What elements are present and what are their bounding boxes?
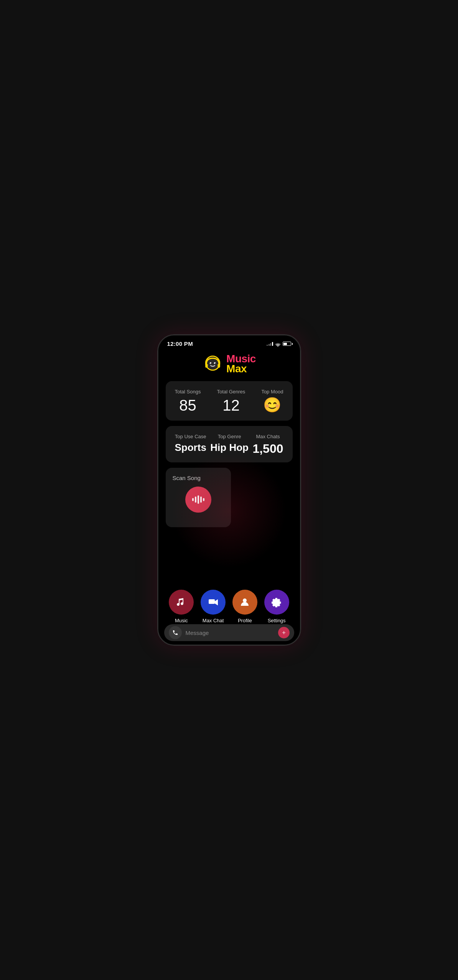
- max-chats-label: Max Chats: [256, 434, 280, 439]
- svg-rect-11: [198, 495, 199, 504]
- nav-item-profile[interactable]: Profile: [232, 590, 257, 623]
- svg-rect-3: [217, 364, 220, 368]
- settings-nav-label: Settings: [268, 618, 286, 623]
- chat-nav-circle: [201, 590, 226, 615]
- total-songs-stat: Total Songs 85: [175, 389, 201, 413]
- top-genre-value: Hip Hop: [210, 442, 249, 452]
- svg-rect-10: [195, 497, 196, 503]
- status-time: 12:00 PM: [167, 340, 193, 347]
- music-note-icon: [176, 597, 187, 608]
- total-songs-label: Total Songs: [175, 389, 201, 395]
- svg-rect-9: [192, 498, 194, 501]
- svg-point-7: [211, 363, 211, 364]
- max-chats-value: 1,500: [252, 442, 283, 455]
- scan-song-label: Scan Song: [173, 475, 201, 481]
- svg-rect-14: [209, 599, 215, 604]
- scan-song-card[interactable]: Scan Song: [166, 468, 231, 527]
- svg-point-4: [208, 359, 218, 369]
- top-mood-emoji: 😊: [263, 398, 281, 412]
- message-placeholder[interactable]: Message: [186, 630, 274, 636]
- top-mood-stat: Top Mood 😊: [261, 389, 283, 412]
- wifi-icon: [275, 342, 281, 346]
- phone-frame: 12:00 PM: [157, 334, 301, 646]
- top-usecase-item: Top Use Case Sports: [175, 434, 206, 452]
- message-add-button[interactable]: [278, 627, 290, 638]
- phone-icon: [172, 630, 178, 636]
- logo-max-text: Max: [226, 363, 256, 374]
- nav-item-maxchat[interactable]: Max Chat: [201, 590, 226, 623]
- scan-waveform-icon: [192, 495, 204, 504]
- total-genres-label: Total Genres: [217, 389, 245, 395]
- svg-rect-12: [200, 497, 202, 503]
- top-usecase-value: Sports: [175, 442, 206, 452]
- logo-container: Music Max: [202, 353, 256, 374]
- usecase-row: Top Use Case Sports Top Genre Hip Hop Ma…: [175, 434, 283, 455]
- profile-nav-circle: [232, 590, 257, 615]
- main-content: Music Max Total Songs 85 Total Genres 12…: [158, 349, 300, 533]
- top-genre-label: Top Genre: [218, 434, 241, 439]
- stats-row: Total Songs 85 Total Genres 12 Top Mood …: [175, 389, 283, 413]
- maxchat-nav-label: Max Chat: [203, 618, 224, 623]
- total-songs-value: 85: [179, 398, 196, 413]
- svg-rect-13: [203, 498, 204, 501]
- settings-nav-circle: [264, 590, 289, 615]
- signal-icon: [267, 342, 273, 346]
- max-chats-item: Max Chats 1,500: [252, 434, 283, 455]
- logo-headphone-icon: [202, 353, 223, 374]
- usecase-card: Top Use Case Sports Top Genre Hip Hop Ma…: [166, 426, 293, 462]
- phone-button[interactable]: [169, 626, 182, 639]
- music-nav-circle: [169, 590, 194, 615]
- music-nav-label: Music: [175, 618, 188, 623]
- svg-point-8: [215, 363, 216, 364]
- bottom-nav: Music Max Chat Profile: [158, 590, 300, 623]
- person-icon: [239, 597, 250, 608]
- logo-text-container: Music Max: [226, 354, 256, 374]
- top-usecase-label: Top Use Case: [175, 434, 206, 439]
- nav-item-music[interactable]: Music: [169, 590, 194, 623]
- chat-icon: [208, 597, 219, 608]
- battery-icon: [283, 342, 291, 346]
- gear-icon: [271, 597, 282, 608]
- total-genres-value: 12: [222, 398, 240, 413]
- svg-point-15: [243, 599, 247, 602]
- status-bar: 12:00 PM: [158, 335, 300, 349]
- stats-card: Total Songs 85 Total Genres 12 Top Mood …: [166, 381, 293, 421]
- top-mood-label: Top Mood: [261, 389, 283, 395]
- scan-song-button[interactable]: [185, 487, 211, 513]
- scan-cards-row: Scan Song: [166, 468, 293, 527]
- profile-nav-label: Profile: [238, 618, 252, 623]
- nav-item-settings[interactable]: Settings: [264, 590, 289, 623]
- total-genres-stat: Total Genres 12: [217, 389, 245, 413]
- message-bar: Message: [164, 624, 294, 641]
- plus-icon: [281, 630, 287, 635]
- status-icons: [267, 342, 291, 346]
- top-genre-item: Top Genre Hip Hop: [210, 434, 249, 452]
- svg-rect-2: [205, 364, 208, 368]
